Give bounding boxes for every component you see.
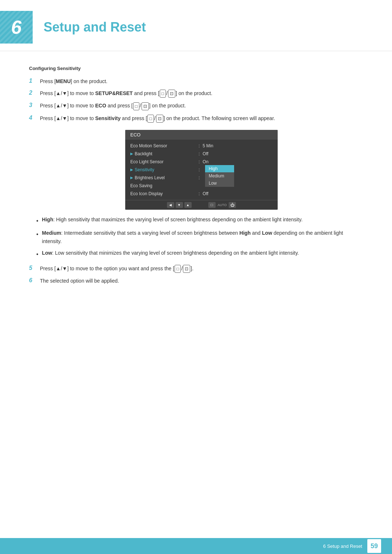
bullet-high: • High: High sensitivity that maximizes … — [36, 216, 363, 226]
chapter-number: 6 — [11, 16, 22, 38]
section-heading: Configuring Sensitivity — [29, 66, 363, 71]
step-number-4: 4 — [29, 115, 40, 121]
step-6: 6 The selected option will be applied. — [29, 277, 363, 285]
step-number-3: 3 — [29, 102, 40, 108]
key-icon-3b: ⊡ — [142, 102, 149, 110]
steps-after-list: 5 Press [▲/▼] to move to the option you … — [29, 265, 363, 285]
eco-label-brightness: ▶ Brightnes Level — [130, 175, 196, 180]
step-text-3: Press [▲/▼] to move to ECO and press [□/… — [40, 102, 186, 110]
eco-row-light-sensor: Eco Light Sensor : On — [125, 158, 278, 166]
page-header: 6 Setup and Reset — [0, 0, 392, 51]
key-icon-4a: □ — [147, 115, 154, 123]
eco-screenshot: ECO Eco Motion Sensor : 5 Min ▶ Backligh… — [125, 130, 278, 210]
step-3: 3 Press [▲/▼] to move to ECO and press [… — [29, 102, 363, 110]
eco-menu: Eco Motion Sensor : 5 Min ▶ Backlight : … — [125, 140, 278, 200]
step-text-4: Press [▲/▼] to move to Sensitivity and p… — [40, 115, 275, 123]
key-icon-5b: ⊡ — [183, 265, 190, 273]
eco-label-saving: Eco Saving — [130, 183, 196, 188]
nav-power-icon: ⏻ — [229, 202, 236, 208]
eco-value-light-sensor: On — [203, 159, 208, 164]
eco-value-motion: 5 Min — [203, 143, 213, 148]
eco-title: ECO — [125, 130, 278, 140]
dropdown-high: High — [205, 165, 234, 172]
key-icon-4b: ⊡ — [156, 115, 163, 123]
eco-label-sensitivity: ▶ Sensitivity — [130, 167, 196, 172]
bullet-dot-2: • — [36, 230, 38, 239]
eco-label-light-sensor: Eco Light Sensor — [130, 159, 196, 164]
step-2: 2 Press [▲/▼] to move to SETUP&RESET and… — [29, 90, 363, 98]
chapter-title: Setup and Reset — [44, 20, 146, 35]
eco-row-saving: Eco Saving — [125, 182, 278, 190]
eco-row-motion-sensor: Eco Motion Sensor : 5 Min — [125, 142, 278, 150]
bullet-low: • Low: Low sensitivity that minimizes th… — [36, 249, 363, 259]
eco-arrow-sensitivity: ▶ — [130, 168, 133, 172]
page-content: Configuring Sensitivity 1 Press [MENU] o… — [0, 51, 392, 314]
eco-row-icon-display: Eco Icon Display : Off — [125, 190, 278, 198]
step-text-2: Press [▲/▼] to move to SETUP&RESET and p… — [40, 90, 212, 98]
key-icon-3a: □ — [133, 102, 139, 110]
step-number-1: 1 — [29, 78, 40, 84]
nav-auto-label: AUTO — [218, 202, 227, 208]
steps-list: 1 Press [MENU] on the product. 2 Press [… — [29, 78, 363, 123]
eco-label-icon-display: Eco Icon Display — [130, 191, 196, 196]
bullet-list: • High: High sensitivity that maximizes … — [36, 216, 363, 259]
sensitivity-dropdown: High Medium Low — [205, 165, 234, 187]
nav-up-icon: ▲ — [184, 202, 192, 208]
footer-page-number: 59 — [367, 539, 381, 553]
bullet-text-high: High: High sensitivity that maximizes th… — [42, 216, 303, 223]
eco-row-brightness: ▶ Brightnes Level : — [125, 174, 278, 182]
eco-value-icon-display: Off — [203, 191, 208, 196]
eco-screenshot-container: ECO Eco Motion Sensor : 5 Min ▶ Backligh… — [40, 130, 363, 210]
step-4: 4 Press [▲/▼] to move to Sensitivity and… — [29, 115, 363, 123]
step-1: 1 Press [MENU] on the product. — [29, 78, 363, 85]
eco-row-sensitivity: ▶ Sensitivity : High Medium Low — [125, 166, 278, 174]
dropdown-medium: Medium — [205, 172, 234, 180]
eco-row-backlight: ▶ Backlight : Off — [125, 150, 278, 158]
nav-enter-icon: □ — [208, 202, 216, 208]
step-number-6: 6 — [29, 277, 40, 284]
nav-down-icon: ▼ — [176, 202, 183, 208]
nav-left-icon: ◀ — [167, 202, 174, 208]
eco-label-backlight: ▶ Backlight — [130, 151, 196, 156]
step-number-5: 5 — [29, 265, 40, 271]
chapter-badge: 6 — [0, 11, 33, 44]
step-text-6: The selected option will be applied. — [40, 277, 119, 285]
eco-value-backlight: Off — [203, 151, 208, 156]
eco-arrow-backlight: ▶ — [130, 152, 133, 156]
eco-nav-left: ◀ ▼ ▲ — [167, 202, 192, 208]
key-icon-5a: □ — [175, 265, 181, 273]
eco-nav-right: □ AUTO ⏻ — [208, 202, 236, 208]
dropdown-low: Low — [205, 180, 234, 187]
eco-label-motion: Eco Motion Sensor — [130, 143, 196, 148]
key-icon-2b: ⊡ — [168, 90, 175, 98]
step-text-1: Press [MENU] on the product. — [40, 78, 107, 85]
footer-label: 6 Setup and Reset — [323, 543, 362, 549]
step-5: 5 Press [▲/▼] to move to the option you … — [29, 265, 363, 273]
bullet-text-medium: Medium: Intermediate sensitivity that se… — [42, 229, 363, 245]
bullet-text-low: Low: Low sensitivity that minimizes the … — [42, 249, 299, 257]
page-footer: 6 Setup and Reset 59 — [0, 538, 392, 554]
bullet-medium: • Medium: Intermediate sensitivity that … — [36, 229, 363, 245]
bullet-dot-3: • — [36, 250, 38, 259]
step-text-5: Press [▲/▼] to move to the option you wa… — [40, 265, 193, 273]
eco-arrow-brightness: ▶ — [130, 176, 133, 180]
step-number-2: 2 — [29, 90, 40, 96]
bullet-dot-1: • — [36, 216, 38, 226]
key-icon-2a: □ — [160, 90, 166, 98]
eco-nav-bar: ◀ ▼ ▲ □ AUTO ⏻ — [125, 200, 278, 210]
